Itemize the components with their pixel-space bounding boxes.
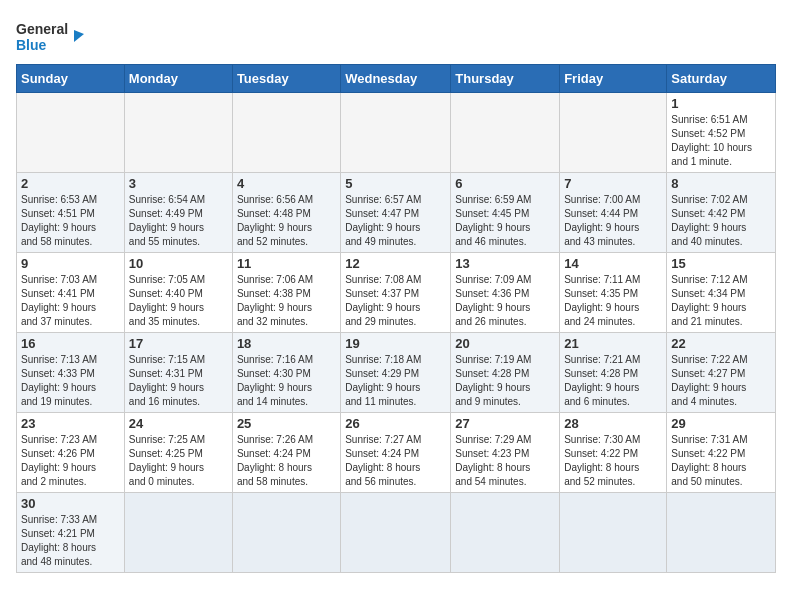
calendar-day-cell: 3Sunrise: 6:54 AMSunset: 4:49 PMDaylight…: [124, 173, 232, 253]
svg-marker-2: [74, 30, 84, 42]
day-number: 6: [455, 176, 555, 191]
day-number: 30: [21, 496, 120, 511]
calendar-day-cell: 9Sunrise: 7:03 AMSunset: 4:41 PMDaylight…: [17, 253, 125, 333]
day-info: Sunrise: 7:16 AMSunset: 4:30 PMDaylight:…: [237, 353, 336, 409]
day-info: Sunrise: 6:53 AMSunset: 4:51 PMDaylight:…: [21, 193, 120, 249]
day-info: Sunrise: 7:29 AMSunset: 4:23 PMDaylight:…: [455, 433, 555, 489]
day-number: 1: [671, 96, 771, 111]
calendar-day-cell: 17Sunrise: 7:15 AMSunset: 4:31 PMDayligh…: [124, 333, 232, 413]
calendar-day-cell: [124, 493, 232, 573]
weekday-header-row: SundayMondayTuesdayWednesdayThursdayFrid…: [17, 65, 776, 93]
calendar-day-cell: 19Sunrise: 7:18 AMSunset: 4:29 PMDayligh…: [341, 333, 451, 413]
calendar-day-cell: [124, 93, 232, 173]
day-number: 15: [671, 256, 771, 271]
day-info: Sunrise: 7:12 AMSunset: 4:34 PMDaylight:…: [671, 273, 771, 329]
calendar-day-cell: [232, 493, 340, 573]
day-info: Sunrise: 7:30 AMSunset: 4:22 PMDaylight:…: [564, 433, 662, 489]
calendar-table: SundayMondayTuesdayWednesdayThursdayFrid…: [16, 64, 776, 573]
weekday-header-wednesday: Wednesday: [341, 65, 451, 93]
calendar-day-cell: [451, 93, 560, 173]
calendar-week-row: 23Sunrise: 7:23 AMSunset: 4:26 PMDayligh…: [17, 413, 776, 493]
day-number: 12: [345, 256, 446, 271]
calendar-day-cell: [341, 493, 451, 573]
day-number: 17: [129, 336, 228, 351]
calendar-day-cell: 8Sunrise: 7:02 AMSunset: 4:42 PMDaylight…: [667, 173, 776, 253]
calendar-week-row: 1Sunrise: 6:51 AMSunset: 4:52 PMDaylight…: [17, 93, 776, 173]
day-number: 28: [564, 416, 662, 431]
day-info: Sunrise: 6:51 AMSunset: 4:52 PMDaylight:…: [671, 113, 771, 169]
day-info: Sunrise: 7:13 AMSunset: 4:33 PMDaylight:…: [21, 353, 120, 409]
day-info: Sunrise: 6:59 AMSunset: 4:45 PMDaylight:…: [455, 193, 555, 249]
logo-svg: GeneralBlue: [16, 16, 86, 56]
calendar-day-cell: 27Sunrise: 7:29 AMSunset: 4:23 PMDayligh…: [451, 413, 560, 493]
day-number: 9: [21, 256, 120, 271]
day-info: Sunrise: 7:22 AMSunset: 4:27 PMDaylight:…: [671, 353, 771, 409]
calendar-week-row: 16Sunrise: 7:13 AMSunset: 4:33 PMDayligh…: [17, 333, 776, 413]
calendar-week-row: 9Sunrise: 7:03 AMSunset: 4:41 PMDaylight…: [17, 253, 776, 333]
weekday-header-friday: Friday: [560, 65, 667, 93]
weekday-header-saturday: Saturday: [667, 65, 776, 93]
calendar-week-row: 30Sunrise: 7:33 AMSunset: 4:21 PMDayligh…: [17, 493, 776, 573]
day-info: Sunrise: 7:05 AMSunset: 4:40 PMDaylight:…: [129, 273, 228, 329]
day-info: Sunrise: 7:09 AMSunset: 4:36 PMDaylight:…: [455, 273, 555, 329]
calendar-day-cell: 30Sunrise: 7:33 AMSunset: 4:21 PMDayligh…: [17, 493, 125, 573]
day-number: 2: [21, 176, 120, 191]
day-number: 24: [129, 416, 228, 431]
day-number: 26: [345, 416, 446, 431]
day-info: Sunrise: 7:26 AMSunset: 4:24 PMDaylight:…: [237, 433, 336, 489]
calendar-day-cell: 11Sunrise: 7:06 AMSunset: 4:38 PMDayligh…: [232, 253, 340, 333]
weekday-header-monday: Monday: [124, 65, 232, 93]
day-info: Sunrise: 7:31 AMSunset: 4:22 PMDaylight:…: [671, 433, 771, 489]
calendar-day-cell: 26Sunrise: 7:27 AMSunset: 4:24 PMDayligh…: [341, 413, 451, 493]
day-info: Sunrise: 7:15 AMSunset: 4:31 PMDaylight:…: [129, 353, 228, 409]
day-info: Sunrise: 7:00 AMSunset: 4:44 PMDaylight:…: [564, 193, 662, 249]
day-number: 10: [129, 256, 228, 271]
calendar-day-cell: 6Sunrise: 6:59 AMSunset: 4:45 PMDaylight…: [451, 173, 560, 253]
calendar-day-cell: 25Sunrise: 7:26 AMSunset: 4:24 PMDayligh…: [232, 413, 340, 493]
day-info: Sunrise: 7:08 AMSunset: 4:37 PMDaylight:…: [345, 273, 446, 329]
weekday-header-tuesday: Tuesday: [232, 65, 340, 93]
calendar-day-cell: 12Sunrise: 7:08 AMSunset: 4:37 PMDayligh…: [341, 253, 451, 333]
day-info: Sunrise: 6:56 AMSunset: 4:48 PMDaylight:…: [237, 193, 336, 249]
day-info: Sunrise: 7:06 AMSunset: 4:38 PMDaylight:…: [237, 273, 336, 329]
day-info: Sunrise: 7:23 AMSunset: 4:26 PMDaylight:…: [21, 433, 120, 489]
page-header: GeneralBlue: [16, 16, 776, 56]
calendar-day-cell: 1Sunrise: 6:51 AMSunset: 4:52 PMDaylight…: [667, 93, 776, 173]
day-number: 5: [345, 176, 446, 191]
day-info: Sunrise: 6:54 AMSunset: 4:49 PMDaylight:…: [129, 193, 228, 249]
svg-text:Blue: Blue: [16, 37, 47, 53]
calendar-day-cell: 23Sunrise: 7:23 AMSunset: 4:26 PMDayligh…: [17, 413, 125, 493]
day-number: 4: [237, 176, 336, 191]
day-number: 11: [237, 256, 336, 271]
weekday-header-sunday: Sunday: [17, 65, 125, 93]
day-number: 16: [21, 336, 120, 351]
weekday-header-thursday: Thursday: [451, 65, 560, 93]
calendar-day-cell: 2Sunrise: 6:53 AMSunset: 4:51 PMDaylight…: [17, 173, 125, 253]
day-number: 14: [564, 256, 662, 271]
day-number: 29: [671, 416, 771, 431]
day-info: Sunrise: 7:27 AMSunset: 4:24 PMDaylight:…: [345, 433, 446, 489]
calendar-day-cell: [560, 493, 667, 573]
svg-text:General: General: [16, 21, 68, 37]
calendar-day-cell: 10Sunrise: 7:05 AMSunset: 4:40 PMDayligh…: [124, 253, 232, 333]
calendar-day-cell: [232, 93, 340, 173]
calendar-day-cell: 5Sunrise: 6:57 AMSunset: 4:47 PMDaylight…: [341, 173, 451, 253]
day-number: 18: [237, 336, 336, 351]
day-number: 23: [21, 416, 120, 431]
logo: GeneralBlue: [16, 16, 86, 56]
calendar-day-cell: [17, 93, 125, 173]
day-info: Sunrise: 7:02 AMSunset: 4:42 PMDaylight:…: [671, 193, 771, 249]
calendar-day-cell: 4Sunrise: 6:56 AMSunset: 4:48 PMDaylight…: [232, 173, 340, 253]
calendar-day-cell: 15Sunrise: 7:12 AMSunset: 4:34 PMDayligh…: [667, 253, 776, 333]
day-number: 19: [345, 336, 446, 351]
day-number: 3: [129, 176, 228, 191]
day-number: 13: [455, 256, 555, 271]
calendar-day-cell: 22Sunrise: 7:22 AMSunset: 4:27 PMDayligh…: [667, 333, 776, 413]
calendar-day-cell: [341, 93, 451, 173]
calendar-day-cell: 18Sunrise: 7:16 AMSunset: 4:30 PMDayligh…: [232, 333, 340, 413]
day-info: Sunrise: 7:19 AMSunset: 4:28 PMDaylight:…: [455, 353, 555, 409]
calendar-day-cell: 28Sunrise: 7:30 AMSunset: 4:22 PMDayligh…: [560, 413, 667, 493]
day-number: 22: [671, 336, 771, 351]
day-info: Sunrise: 7:03 AMSunset: 4:41 PMDaylight:…: [21, 273, 120, 329]
day-number: 7: [564, 176, 662, 191]
